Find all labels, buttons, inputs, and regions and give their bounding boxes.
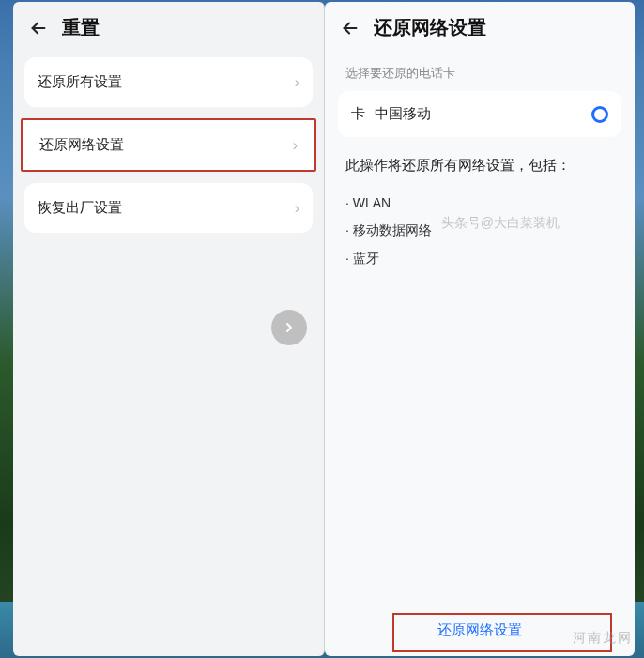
left-title: 重置 bbox=[62, 15, 100, 40]
sim-china-mobile[interactable]: 卡 中国移动 bbox=[338, 91, 621, 137]
confirm-reset-button[interactable]: 还原网络设置 bbox=[400, 612, 560, 649]
back-icon[interactable] bbox=[340, 18, 360, 38]
chevron-right-icon: › bbox=[295, 200, 299, 217]
radio-selected-icon bbox=[591, 106, 608, 123]
chevron-right-icon: › bbox=[295, 74, 299, 91]
bullet-wlan: · WLAN bbox=[345, 190, 614, 217]
back-icon[interactable] bbox=[28, 18, 49, 38]
forward-fab[interactable] bbox=[271, 310, 307, 345]
left-header: 重置 bbox=[13, 2, 324, 57]
sim-name: 中国移动 bbox=[375, 105, 431, 123]
sim-prefix: 卡 bbox=[351, 105, 365, 123]
right-header: 还原网络设置 bbox=[325, 2, 635, 57]
confirm-area: 还原网络设置 bbox=[325, 612, 635, 649]
option-label: 还原网络设置 bbox=[39, 136, 124, 154]
option-reset-network[interactable]: 还原网络设置 › bbox=[21, 118, 316, 172]
bullet-bluetooth: · 蓝牙 bbox=[345, 245, 614, 272]
bullet-mobile-data: · 移动数据网络 bbox=[345, 217, 614, 244]
option-label: 还原所有设置 bbox=[38, 73, 122, 91]
reset-options-list: 还原所有设置 › 还原网络设置 › 恢复出厂设置 › bbox=[13, 57, 324, 233]
option-reset-all[interactable]: 还原所有设置 › bbox=[24, 57, 313, 107]
reset-description: 此操作将还原所有网络设置，包括： bbox=[325, 154, 635, 176]
reset-panel: 重置 还原所有设置 › 还原网络设置 › 恢复出厂设置 › bbox=[13, 2, 325, 656]
reset-network-panel: 还原网络设置 选择要还原的电话卡 卡 中国移动 此操作将还原所有网络设置，包括：… bbox=[325, 2, 635, 656]
option-label: 恢复出厂设置 bbox=[38, 199, 122, 217]
option-factory-reset[interactable]: 恢复出厂设置 › bbox=[24, 183, 313, 233]
choose-sim-label: 选择要还原的电话卡 bbox=[325, 57, 635, 91]
chevron-right-icon: › bbox=[293, 137, 298, 154]
right-title: 还原网络设置 bbox=[374, 15, 486, 40]
reset-includes-list: · WLAN · 移动数据网络 · 蓝牙 bbox=[325, 176, 635, 285]
